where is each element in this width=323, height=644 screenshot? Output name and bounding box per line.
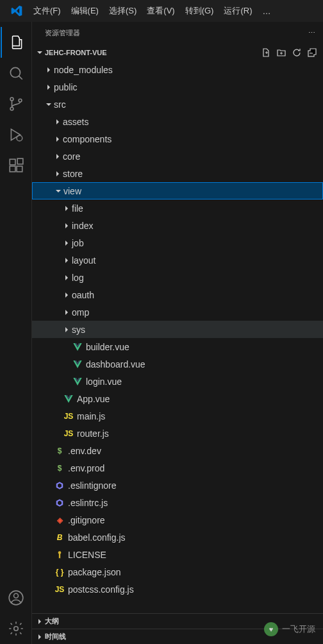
menu-item-5[interactable]: 运行(R) bbox=[219, 0, 257, 22]
menu-item-2[interactable]: 选择(S) bbox=[104, 0, 142, 22]
chevron-right-icon bbox=[35, 618, 45, 625]
file-tree: node_modulespublicsrcassetscomponentscor… bbox=[32, 61, 323, 613]
file-item[interactable]: { }package.json bbox=[32, 563, 323, 580]
chevron-right-icon bbox=[62, 205, 72, 212]
file-item[interactable]: .eslintrc.js bbox=[32, 494, 323, 511]
explorer-more-icon[interactable]: ⋯ bbox=[308, 29, 315, 37]
chevron-right-icon bbox=[44, 66, 54, 74]
svg-point-2 bbox=[10, 107, 13, 110]
folder-label: log bbox=[72, 273, 84, 283]
folder-item[interactable]: log bbox=[32, 269, 323, 286]
timeline-label: 时间线 bbox=[45, 632, 66, 641]
vue-icon bbox=[72, 376, 83, 387]
json-icon: { } bbox=[54, 566, 65, 578]
folder-item[interactable]: core bbox=[32, 148, 323, 165]
folder-item[interactable]: index bbox=[32, 217, 323, 234]
folder-item[interactable]: oauth bbox=[32, 286, 323, 303]
svg-point-1 bbox=[10, 97, 13, 101]
branch-icon bbox=[8, 96, 24, 112]
folder-label: layout bbox=[72, 255, 95, 266]
file-item[interactable]: ◈.gitignore bbox=[32, 511, 323, 529]
activity-explorer[interactable] bbox=[1, 27, 31, 58]
folder-item[interactable]: assets bbox=[32, 113, 323, 130]
menu-item-3[interactable]: 查看(V) bbox=[142, 0, 179, 22]
extensions-icon bbox=[8, 157, 24, 174]
svg-point-11 bbox=[13, 627, 18, 631]
file-item[interactable]: App.vue bbox=[32, 390, 323, 407]
file-label: .env.prod bbox=[68, 463, 104, 473]
license-icon bbox=[54, 549, 65, 561]
chevron-right-icon bbox=[53, 135, 63, 143]
file-label: package.json bbox=[68, 567, 121, 577]
file-label: .eslintignore bbox=[68, 480, 117, 491]
file-label: postcss.config.js bbox=[68, 584, 134, 595]
folder-item[interactable]: file bbox=[32, 199, 323, 217]
file-item[interactable]: login.vue bbox=[32, 373, 323, 390]
chevron-right-icon bbox=[62, 239, 72, 247]
js-icon: JS bbox=[63, 428, 74, 439]
vscode-logo-icon bbox=[5, 4, 28, 17]
folder-item[interactable]: components bbox=[32, 130, 323, 148]
folder-label: src bbox=[54, 99, 66, 110]
folder-label: index bbox=[72, 221, 93, 231]
env-icon: $ bbox=[54, 445, 65, 457]
activity-run-debug[interactable] bbox=[1, 119, 31, 150]
eslint-icon bbox=[54, 480, 65, 491]
file-label: LICENSE bbox=[68, 550, 106, 560]
folder-item[interactable]: src bbox=[32, 96, 323, 113]
menubar: 文件(F)编辑(E)选择(S)查看(V)转到(G)运行(R) … bbox=[0, 0, 323, 22]
folder-item[interactable]: layout bbox=[32, 251, 323, 269]
svg-point-4 bbox=[17, 135, 22, 141]
collapse-all-button[interactable] bbox=[305, 46, 319, 60]
folder-item[interactable]: store bbox=[32, 165, 323, 182]
chevron-right-icon bbox=[44, 83, 54, 91]
svg-point-0 bbox=[10, 67, 20, 77]
file-label: login.vue bbox=[86, 377, 122, 387]
menu-item-1[interactable]: 编辑(E) bbox=[66, 0, 104, 22]
folder-item[interactable]: sys bbox=[32, 321, 323, 338]
refresh-button[interactable] bbox=[290, 46, 304, 60]
activity-account[interactable] bbox=[1, 582, 31, 613]
activity-source-control[interactable] bbox=[1, 89, 31, 119]
file-item[interactable]: LICENSE bbox=[32, 546, 323, 563]
folder-item[interactable]: omp bbox=[32, 303, 323, 321]
babel-icon: B bbox=[54, 532, 65, 543]
folder-item[interactable]: job bbox=[32, 234, 323, 251]
new-folder-button[interactable] bbox=[274, 46, 288, 60]
svg-point-3 bbox=[19, 99, 22, 102]
vue-icon bbox=[72, 341, 83, 353]
folder-item[interactable]: public bbox=[32, 78, 323, 96]
explorer-sidebar: 资源管理器 ⋯ JEHC-FRONT-VUE node_modulespubli… bbox=[32, 22, 323, 644]
outline-label: 大纲 bbox=[45, 616, 59, 626]
search-icon bbox=[8, 65, 24, 81]
folder-item[interactable]: node_modules bbox=[32, 61, 323, 78]
activity-search[interactable] bbox=[1, 58, 31, 89]
file-item[interactable]: $.env.prod bbox=[32, 459, 323, 477]
file-item[interactable]: builder.vue bbox=[32, 338, 323, 355]
file-item[interactable]: JSrouter.js bbox=[32, 425, 323, 442]
chevron-right-icon bbox=[62, 326, 72, 334]
project-section-header[interactable]: JEHC-FRONT-VUE bbox=[32, 44, 323, 61]
folder-label: view bbox=[63, 186, 81, 196]
file-label: router.js bbox=[77, 428, 109, 439]
menu-item-0[interactable]: 文件(F) bbox=[28, 0, 66, 22]
file-item[interactable]: $.env.dev bbox=[32, 442, 323, 459]
activity-settings[interactable] bbox=[1, 613, 31, 644]
files-icon bbox=[8, 34, 25, 51]
gear-icon bbox=[8, 620, 24, 637]
file-item[interactable]: dashboard.vue bbox=[32, 355, 323, 373]
svg-rect-5 bbox=[10, 159, 15, 165]
file-item[interactable]: .eslintignore bbox=[32, 477, 323, 494]
menu-item-4[interactable]: 转到(G) bbox=[180, 0, 219, 22]
chevron-right-icon bbox=[53, 153, 63, 160]
activity-extensions[interactable] bbox=[1, 150, 31, 181]
new-file-button[interactable] bbox=[259, 46, 273, 60]
file-item[interactable]: JSpostcss.config.js bbox=[32, 580, 323, 598]
activity-bar bbox=[0, 22, 32, 644]
file-item[interactable]: JSmain.js bbox=[32, 407, 323, 425]
folder-label: node_modules bbox=[54, 65, 113, 75]
svg-point-10 bbox=[13, 593, 18, 598]
file-item[interactable]: Bbabel.config.js bbox=[32, 529, 323, 546]
menu-overflow[interactable]: … bbox=[257, 6, 276, 16]
folder-item[interactable]: view bbox=[32, 182, 323, 199]
